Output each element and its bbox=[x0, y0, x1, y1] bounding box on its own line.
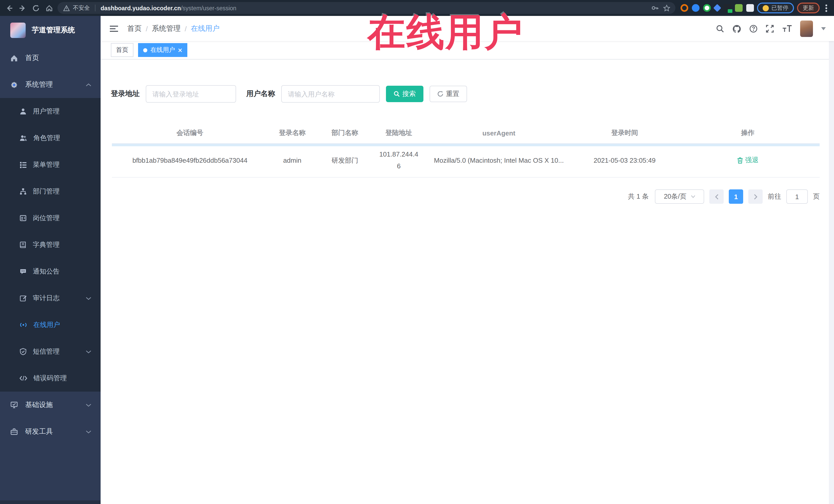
cell-actions: 强退 bbox=[676, 144, 820, 177]
extension-blue-diamond-icon[interactable] bbox=[713, 4, 721, 12]
reset-button[interactable]: 重置 bbox=[430, 86, 467, 102]
gear-icon bbox=[10, 81, 18, 89]
url-text[interactable]: dashboard.yudao.iocoder.cn/system/user-s… bbox=[101, 5, 648, 11]
extensions-puzzle-icon[interactable] bbox=[746, 4, 754, 12]
security-label: 不安全 bbox=[73, 4, 90, 12]
org-tree-icon bbox=[20, 188, 27, 195]
menu-list-icon bbox=[20, 161, 27, 168]
dictionary-icon bbox=[20, 241, 27, 248]
breadcrumb-system-management[interactable]: 系统管理 bbox=[152, 24, 181, 33]
tag-online-users[interactable]: 在线用户 bbox=[138, 43, 187, 57]
prev-page-button[interactable] bbox=[709, 190, 724, 204]
search-button[interactable]: 搜索 bbox=[386, 86, 423, 102]
reload-icon[interactable] bbox=[31, 3, 41, 13]
address-bar[interactable]: 不安全 dashboard.yudao.iocoder.cn/system/us… bbox=[58, 2, 675, 14]
chevron-up-icon bbox=[86, 83, 91, 86]
url-domain: dashboard.yudao.iocoder.cn bbox=[101, 5, 181, 11]
users-icon bbox=[20, 134, 27, 141]
pagination: 共 1 条 20条/页 1 前往 页 bbox=[112, 190, 820, 204]
app-logo-avatar bbox=[10, 23, 26, 38]
sidebar-item-error-code-management[interactable]: 错误码管理 bbox=[0, 365, 101, 392]
username-label: 用户名称 bbox=[246, 89, 275, 98]
extension-translate-en-icon[interactable] bbox=[724, 4, 731, 12]
col-login-ip: 登陆地址 bbox=[373, 123, 424, 144]
sidebar-item-home[interactable]: 首页 bbox=[0, 45, 101, 71]
profile-paused-chip[interactable]: 已暂停 bbox=[757, 3, 794, 13]
forward-icon[interactable] bbox=[18, 3, 28, 13]
sidebar-item-post-management[interactable]: 岗位管理 bbox=[0, 205, 101, 232]
page-scrollbar-track[interactable] bbox=[829, 16, 834, 504]
sidebar-item-dict-management[interactable]: 字典管理 bbox=[0, 232, 101, 258]
breadcrumb-separator: / bbox=[146, 24, 148, 32]
extension-blue-bulb-icon[interactable] bbox=[692, 4, 700, 12]
home-nav-icon[interactable] bbox=[44, 3, 54, 13]
browser-menu-kebab-icon[interactable] bbox=[823, 4, 830, 12]
app-title: 芋道管理系统 bbox=[32, 26, 75, 35]
update-label: 更新 bbox=[803, 4, 814, 12]
sidebar-item-notice-announcement[interactable]: 通知公告 bbox=[0, 258, 101, 285]
tag-home[interactable]: 首页 bbox=[111, 43, 133, 57]
sidebar-item-infrastructure[interactable]: 基础设施 bbox=[0, 392, 101, 418]
sidebar-item-role-management[interactable]: 角色管理 bbox=[0, 125, 101, 151]
sidebar-item-dept-management[interactable]: 部门管理 bbox=[0, 178, 101, 205]
extension-green-key-icon[interactable] bbox=[735, 4, 743, 12]
cell-dept-name: 研发部门 bbox=[317, 144, 373, 177]
page-size-select[interactable]: 20条/页 bbox=[655, 190, 704, 204]
key-icon[interactable] bbox=[651, 5, 659, 11]
font-size-icon[interactable] bbox=[782, 25, 792, 32]
breadcrumb: 首页 / 系统管理 / 在线用户 bbox=[127, 24, 220, 33]
back-icon[interactable] bbox=[4, 3, 14, 13]
infrastructure-icon bbox=[10, 401, 18, 409]
sidebar-item-online-users[interactable]: 在线用户 bbox=[0, 311, 101, 338]
app-logo-row[interactable]: 芋道管理系统 bbox=[0, 16, 101, 45]
user-avatar[interactable] bbox=[800, 20, 813, 37]
page-number-1[interactable]: 1 bbox=[729, 190, 743, 204]
col-dept-name: 部门名称 bbox=[317, 123, 373, 144]
avatar-caret-down-icon[interactable] bbox=[821, 27, 826, 30]
tag-close-icon[interactable] bbox=[178, 48, 182, 52]
col-login-time: 登录时间 bbox=[573, 123, 676, 144]
warning-triangle-icon[interactable] bbox=[63, 4, 70, 12]
tags-bar: 首页 在线用户 bbox=[101, 41, 834, 60]
force-logout-button[interactable]: 强退 bbox=[737, 156, 759, 165]
col-login-name: 登录名称 bbox=[268, 123, 317, 144]
breadcrumb-online-users[interactable]: 在线用户 bbox=[191, 24, 220, 33]
home-icon bbox=[10, 54, 18, 62]
chevron-down-icon bbox=[86, 403, 91, 407]
announcement-icon bbox=[20, 268, 27, 275]
search-icon[interactable] bbox=[716, 24, 724, 32]
select-caret-down-icon bbox=[690, 195, 695, 198]
sidebar-menu: 首页 系统管理 用户管理 角色管理 菜单管理 bbox=[0, 45, 101, 504]
next-page-button[interactable] bbox=[748, 190, 763, 204]
url-divider bbox=[95, 5, 95, 11]
sidebar-item-dev-tools[interactable]: 研发工具 bbox=[0, 418, 101, 445]
login-address-label: 登录地址 bbox=[111, 89, 139, 98]
sidebar-item-menu-management[interactable]: 菜单管理 bbox=[0, 151, 101, 178]
cell-login-ip: 101.87.244.46 bbox=[373, 144, 424, 177]
goto-page-input[interactable] bbox=[786, 190, 808, 204]
login-address-input[interactable] bbox=[146, 85, 236, 103]
username-input[interactable] bbox=[281, 85, 380, 103]
hamburger-icon[interactable] bbox=[110, 25, 118, 32]
cell-session-id: bfbb1ab79ba849e49fb26ddb56a73044 bbox=[112, 144, 268, 177]
extension-green-v-icon[interactable] bbox=[703, 4, 711, 12]
browser-update-button[interactable]: 更新 bbox=[797, 3, 820, 13]
bookmark-star-icon[interactable] bbox=[663, 4, 670, 12]
table-header-underline bbox=[112, 144, 820, 146]
user-icon bbox=[20, 108, 27, 115]
sidebar-bottom-edge bbox=[0, 500, 101, 504]
screen: 不安全 dashboard.yudao.iocoder.cn/system/us… bbox=[0, 0, 834, 504]
help-icon[interactable] bbox=[749, 24, 758, 32]
chevron-down-icon bbox=[86, 350, 91, 353]
sidebar-item-sms-management[interactable]: 短信管理 bbox=[0, 338, 101, 365]
paused-label: 已暂停 bbox=[771, 4, 788, 12]
extension-orange-ring-icon[interactable] bbox=[681, 4, 688, 12]
sidebar-item-audit-log[interactable]: 审计日志 bbox=[0, 285, 101, 311]
sidebar-item-system-management[interactable]: 系统管理 bbox=[0, 71, 101, 98]
breadcrumb-home[interactable]: 首页 bbox=[127, 24, 142, 33]
sidebar-item-user-management[interactable]: 用户管理 bbox=[0, 98, 101, 125]
github-icon[interactable] bbox=[732, 24, 741, 32]
chevron-down-icon bbox=[86, 297, 91, 300]
cell-login-time: 2021-05-03 23:05:49 bbox=[573, 144, 676, 177]
fullscreen-icon[interactable] bbox=[766, 24, 774, 32]
